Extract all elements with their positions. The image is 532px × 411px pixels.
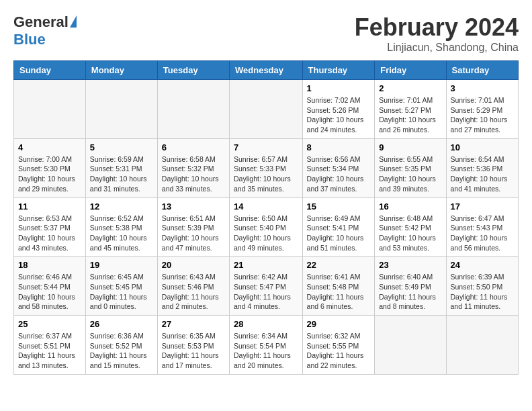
- logo-triangle-icon: [70, 15, 77, 28]
- cell-day-number: 23: [379, 260, 441, 270]
- day-of-week-monday: Monday: [85, 61, 157, 80]
- calendar-cell: 25Sunrise: 6:37 AMSunset: 5:51 PMDayligh…: [14, 316, 86, 375]
- calendar-cell: [230, 80, 303, 139]
- calendar-table: SundayMondayTuesdayWednesdayThursdayFrid…: [13, 60, 519, 375]
- calendar-cell: 12Sunrise: 6:52 AMSunset: 5:38 PMDayligh…: [85, 197, 157, 257]
- cell-day-number: 29: [307, 319, 371, 329]
- month-title: February 2024: [355, 13, 519, 42]
- title-area: February 2024 Linjiacun, Shandong, China: [355, 13, 519, 54]
- calendar-header-row: SundayMondayTuesdayWednesdayThursdayFrid…: [14, 61, 519, 80]
- calendar-cell: 29Sunrise: 6:32 AMSunset: 5:55 PMDayligh…: [302, 316, 375, 375]
- cell-info: Sunrise: 6:40 AMSunset: 5:49 PMDaylight:…: [379, 272, 441, 312]
- cell-info: Sunrise: 7:01 AMSunset: 5:29 PMDaylight:…: [451, 95, 514, 135]
- cell-info: Sunrise: 6:51 AMSunset: 5:39 PMDaylight:…: [162, 214, 225, 253]
- cell-info: Sunrise: 6:39 AMSunset: 5:50 PMDaylight:…: [451, 272, 514, 312]
- cell-info: Sunrise: 6:46 AMSunset: 5:44 PMDaylight:…: [18, 272, 81, 312]
- calendar-cell: 6Sunrise: 6:58 AMSunset: 5:32 PMDaylight…: [157, 138, 229, 197]
- location-title: Linjiacun, Shandong, China: [355, 42, 519, 54]
- calendar-cell: 21Sunrise: 6:42 AMSunset: 5:47 PMDayligh…: [230, 257, 303, 316]
- calendar-cell: [446, 316, 518, 375]
- cell-day-number: 2: [379, 83, 441, 93]
- calendar-cell: 17Sunrise: 6:47 AMSunset: 5:43 PMDayligh…: [446, 197, 518, 257]
- calendar-cell: 15Sunrise: 6:49 AMSunset: 5:41 PMDayligh…: [302, 197, 375, 257]
- calendar-cell: 23Sunrise: 6:40 AMSunset: 5:49 PMDayligh…: [375, 257, 446, 316]
- calendar-week-3: 18Sunrise: 6:46 AMSunset: 5:44 PMDayligh…: [14, 257, 519, 316]
- logo-general-text: General: [13, 13, 69, 31]
- calendar-cell: 14Sunrise: 6:50 AMSunset: 5:40 PMDayligh…: [230, 197, 303, 257]
- calendar-cell: 5Sunrise: 6:59 AMSunset: 5:31 PMDaylight…: [85, 138, 157, 197]
- cell-info: Sunrise: 6:52 AMSunset: 5:38 PMDaylight:…: [90, 214, 153, 253]
- cell-day-number: 24: [451, 260, 514, 270]
- calendar-cell: 3Sunrise: 7:01 AMSunset: 5:29 PMDaylight…: [446, 80, 518, 139]
- cell-day-number: 5: [90, 142, 153, 152]
- calendar-cell: 24Sunrise: 6:39 AMSunset: 5:50 PMDayligh…: [446, 257, 518, 316]
- calendar-cell: 28Sunrise: 6:34 AMSunset: 5:54 PMDayligh…: [230, 316, 303, 375]
- cell-day-number: 10: [451, 142, 514, 152]
- calendar-cell: 10Sunrise: 6:54 AMSunset: 5:36 PMDayligh…: [446, 138, 518, 197]
- cell-day-number: 1: [307, 83, 371, 93]
- day-of-week-sunday: Sunday: [14, 61, 86, 80]
- calendar-cell: 8Sunrise: 6:56 AMSunset: 5:34 PMDaylight…: [302, 138, 375, 197]
- cell-info: Sunrise: 7:00 AMSunset: 5:30 PMDaylight:…: [18, 154, 81, 194]
- cell-day-number: 6: [162, 142, 225, 152]
- cell-info: Sunrise: 6:48 AMSunset: 5:42 PMDaylight:…: [379, 214, 441, 253]
- cell-info: Sunrise: 6:37 AMSunset: 5:51 PMDaylight:…: [18, 331, 81, 371]
- cell-day-number: 15: [307, 201, 371, 212]
- calendar-cell: 2Sunrise: 7:01 AMSunset: 5:27 PMDaylight…: [375, 80, 446, 139]
- calendar-cell: [85, 80, 157, 139]
- cell-info: Sunrise: 7:01 AMSunset: 5:27 PMDaylight:…: [379, 95, 441, 135]
- cell-day-number: 25: [18, 319, 81, 329]
- cell-day-number: 18: [18, 260, 81, 270]
- logo: General Blue: [13, 13, 77, 48]
- cell-info: Sunrise: 6:41 AMSunset: 5:48 PMDaylight:…: [307, 272, 371, 312]
- cell-day-number: 11: [18, 201, 81, 212]
- cell-day-number: 12: [90, 201, 153, 212]
- cell-day-number: 27: [162, 319, 225, 329]
- cell-day-number: 22: [307, 260, 371, 270]
- cell-info: Sunrise: 6:42 AMSunset: 5:47 PMDaylight:…: [234, 272, 298, 312]
- calendar-cell: 16Sunrise: 6:48 AMSunset: 5:42 PMDayligh…: [375, 197, 446, 257]
- cell-info: Sunrise: 6:59 AMSunset: 5:31 PMDaylight:…: [90, 154, 153, 194]
- calendar-cell: 20Sunrise: 6:43 AMSunset: 5:46 PMDayligh…: [157, 257, 229, 316]
- cell-info: Sunrise: 6:50 AMSunset: 5:40 PMDaylight:…: [234, 214, 298, 253]
- calendar-cell: 27Sunrise: 6:35 AMSunset: 5:53 PMDayligh…: [157, 316, 229, 375]
- calendar-cell: 19Sunrise: 6:45 AMSunset: 5:45 PMDayligh…: [85, 257, 157, 316]
- cell-day-number: 9: [379, 142, 441, 152]
- day-of-week-friday: Friday: [375, 61, 446, 80]
- day-of-week-tuesday: Tuesday: [157, 61, 229, 80]
- calendar-cell: 22Sunrise: 6:41 AMSunset: 5:48 PMDayligh…: [302, 257, 375, 316]
- calendar-week-1: 4Sunrise: 7:00 AMSunset: 5:30 PMDaylight…: [14, 138, 519, 197]
- cell-info: Sunrise: 6:53 AMSunset: 5:37 PMDaylight:…: [18, 214, 81, 253]
- cell-day-number: 8: [307, 142, 371, 152]
- day-of-week-wednesday: Wednesday: [230, 61, 303, 80]
- calendar-cell: [14, 80, 86, 139]
- day-of-week-thursday: Thursday: [302, 61, 375, 80]
- calendar-cell: 7Sunrise: 6:57 AMSunset: 5:33 PMDaylight…: [230, 138, 303, 197]
- calendar-cell: [375, 316, 446, 375]
- cell-day-number: 4: [18, 142, 81, 152]
- cell-day-number: 14: [234, 201, 298, 212]
- calendar-cell: 18Sunrise: 6:46 AMSunset: 5:44 PMDayligh…: [14, 257, 86, 316]
- cell-info: Sunrise: 6:56 AMSunset: 5:34 PMDaylight:…: [307, 154, 371, 194]
- cell-day-number: 3: [451, 83, 514, 93]
- logo-blue-text: Blue: [13, 31, 46, 48]
- cell-info: Sunrise: 6:43 AMSunset: 5:46 PMDaylight:…: [162, 272, 225, 312]
- calendar-cell: 11Sunrise: 6:53 AMSunset: 5:37 PMDayligh…: [14, 197, 86, 257]
- cell-day-number: 17: [451, 201, 514, 212]
- calendar-cell: [157, 80, 229, 139]
- header: General Blue February 2024 Linjiacun, Sh…: [13, 13, 519, 54]
- calendar-cell: 4Sunrise: 7:00 AMSunset: 5:30 PMDaylight…: [14, 138, 86, 197]
- cell-info: Sunrise: 6:32 AMSunset: 5:55 PMDaylight:…: [307, 331, 371, 371]
- cell-info: Sunrise: 6:54 AMSunset: 5:36 PMDaylight:…: [451, 154, 514, 194]
- day-of-week-saturday: Saturday: [446, 61, 518, 80]
- cell-info: Sunrise: 6:55 AMSunset: 5:35 PMDaylight:…: [379, 154, 441, 194]
- calendar-week-2: 11Sunrise: 6:53 AMSunset: 5:37 PMDayligh…: [14, 197, 519, 257]
- cell-info: Sunrise: 6:36 AMSunset: 5:52 PMDaylight:…: [90, 331, 153, 371]
- cell-day-number: 28: [234, 319, 298, 329]
- cell-day-number: 20: [162, 260, 225, 270]
- calendar-cell: 1Sunrise: 7:02 AMSunset: 5:26 PMDaylight…: [302, 80, 375, 139]
- cell-day-number: 21: [234, 260, 298, 270]
- cell-info: Sunrise: 6:49 AMSunset: 5:41 PMDaylight:…: [307, 214, 371, 253]
- calendar-cell: 9Sunrise: 6:55 AMSunset: 5:35 PMDaylight…: [375, 138, 446, 197]
- calendar-cell: 13Sunrise: 6:51 AMSunset: 5:39 PMDayligh…: [157, 197, 229, 257]
